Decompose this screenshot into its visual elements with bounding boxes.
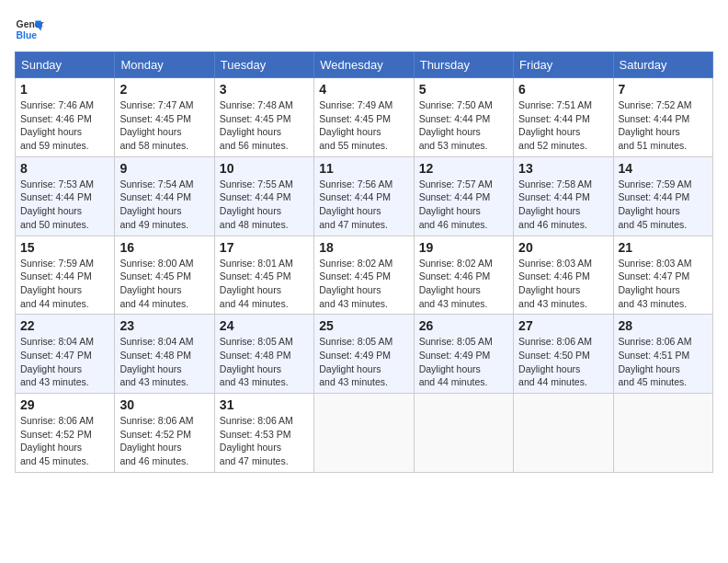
day-info: Sunrise: 7:59 AM Sunset: 4:44 PM Dayligh… — [20, 257, 109, 311]
day-number: 20 — [518, 240, 608, 255]
dow-header-thursday: Thursday — [414, 52, 513, 78]
day-number: 21 — [619, 240, 708, 255]
day-info: Sunrise: 8:02 AM Sunset: 4:46 PM Dayligh… — [419, 257, 508, 311]
day-info: Sunrise: 7:57 AM Sunset: 4:44 PM Dayligh… — [419, 178, 508, 232]
day-info: Sunrise: 8:03 AM Sunset: 4:46 PM Dayligh… — [518, 257, 608, 311]
day-number: 19 — [419, 240, 508, 255]
week-row-3: 15 Sunrise: 7:59 AM Sunset: 4:44 PM Dayl… — [16, 236, 713, 315]
calendar-cell: 8 Sunrise: 7:53 AM Sunset: 4:44 PM Dayli… — [16, 156, 115, 236]
calendar-cell — [414, 394, 513, 473]
calendar-cell: 25 Sunrise: 8:05 AM Sunset: 4:49 PM Dayl… — [314, 315, 414, 394]
calendar-cell: 27 Sunrise: 8:06 AM Sunset: 4:50 PM Dayl… — [514, 315, 613, 394]
day-number: 5 — [419, 82, 508, 97]
day-info: Sunrise: 8:02 AM Sunset: 4:45 PM Dayligh… — [319, 257, 408, 311]
day-info: Sunrise: 7:46 AM Sunset: 4:46 PM Dayligh… — [20, 98, 109, 153]
day-info: Sunrise: 8:04 AM Sunset: 4:47 PM Dayligh… — [20, 335, 109, 389]
day-info: Sunrise: 8:06 AM Sunset: 4:52 PM Dayligh… — [119, 414, 209, 468]
calendar-cell: 9 Sunrise: 7:54 AM Sunset: 4:44 PM Dayli… — [115, 156, 214, 236]
day-info: Sunrise: 7:48 AM Sunset: 4:45 PM Dayligh… — [220, 98, 309, 153]
day-number: 11 — [319, 161, 408, 176]
day-number: 4 — [319, 82, 408, 97]
day-number: 14 — [619, 161, 708, 176]
calendar-cell: 12 Sunrise: 7:57 AM Sunset: 4:44 PM Dayl… — [414, 156, 513, 236]
day-info: Sunrise: 7:51 AM Sunset: 4:44 PM Dayligh… — [518, 98, 608, 153]
day-info: Sunrise: 8:06 AM Sunset: 4:50 PM Dayligh… — [518, 335, 608, 389]
day-info: Sunrise: 8:05 AM Sunset: 4:49 PM Dayligh… — [319, 335, 408, 389]
day-info: Sunrise: 7:56 AM Sunset: 4:44 PM Dayligh… — [319, 178, 408, 232]
day-number: 15 — [20, 240, 109, 255]
day-number: 13 — [518, 161, 608, 176]
calendar-cell: 30 Sunrise: 8:06 AM Sunset: 4:52 PM Dayl… — [115, 394, 214, 473]
day-number: 8 — [20, 161, 109, 176]
calendar-cell: 7 Sunrise: 7:52 AM Sunset: 4:44 PM Dayli… — [613, 78, 712, 157]
logo-icon: General Blue — [15, 15, 44, 44]
week-row-5: 29 Sunrise: 8:06 AM Sunset: 4:52 PM Dayl… — [16, 394, 713, 473]
day-number: 17 — [220, 240, 309, 255]
day-number: 12 — [419, 161, 508, 176]
week-row-4: 22 Sunrise: 8:04 AM Sunset: 4:47 PM Dayl… — [16, 315, 713, 394]
day-info: Sunrise: 8:06 AM Sunset: 4:51 PM Dayligh… — [619, 335, 708, 389]
day-info: Sunrise: 8:05 AM Sunset: 4:49 PM Dayligh… — [419, 335, 508, 389]
dow-header-tuesday: Tuesday — [214, 52, 313, 78]
day-number: 24 — [220, 318, 309, 333]
day-number: 27 — [518, 318, 608, 333]
calendar-cell: 15 Sunrise: 7:59 AM Sunset: 4:44 PM Dayl… — [16, 236, 115, 315]
calendar-cell: 31 Sunrise: 8:06 AM Sunset: 4:53 PM Dayl… — [214, 394, 313, 473]
day-number: 10 — [220, 161, 309, 176]
dow-header-monday: Monday — [115, 52, 214, 78]
dow-header-friday: Friday — [514, 52, 613, 78]
day-info: Sunrise: 7:55 AM Sunset: 4:44 PM Dayligh… — [220, 178, 309, 232]
day-number: 3 — [220, 82, 309, 97]
day-number: 18 — [319, 240, 408, 255]
day-info: Sunrise: 7:50 AM Sunset: 4:44 PM Dayligh… — [419, 98, 508, 153]
day-info: Sunrise: 7:59 AM Sunset: 4:44 PM Dayligh… — [619, 178, 708, 232]
day-number: 1 — [20, 82, 109, 97]
calendar-cell: 6 Sunrise: 7:51 AM Sunset: 4:44 PM Dayli… — [514, 78, 613, 157]
calendar-cell — [514, 394, 613, 473]
day-info: Sunrise: 7:53 AM Sunset: 4:44 PM Dayligh… — [20, 178, 109, 232]
day-info: Sunrise: 8:03 AM Sunset: 4:47 PM Dayligh… — [619, 257, 708, 311]
calendar-cell: 4 Sunrise: 7:49 AM Sunset: 4:45 PM Dayli… — [314, 78, 414, 157]
dow-header-saturday: Saturday — [613, 52, 712, 78]
calendar-cell: 23 Sunrise: 8:04 AM Sunset: 4:48 PM Dayl… — [115, 315, 214, 394]
day-number: 23 — [119, 318, 209, 333]
dow-header-wednesday: Wednesday — [314, 52, 414, 78]
day-number: 22 — [20, 318, 109, 333]
page-header: General Blue — [15, 15, 713, 44]
day-info: Sunrise: 7:52 AM Sunset: 4:44 PM Dayligh… — [619, 98, 708, 153]
calendar-cell: 10 Sunrise: 7:55 AM Sunset: 4:44 PM Dayl… — [214, 156, 313, 236]
calendar-cell: 16 Sunrise: 8:00 AM Sunset: 4:45 PM Dayl… — [115, 236, 214, 315]
calendar-cell: 29 Sunrise: 8:06 AM Sunset: 4:52 PM Dayl… — [16, 394, 115, 473]
day-info: Sunrise: 8:05 AM Sunset: 4:48 PM Dayligh… — [220, 335, 309, 389]
day-info: Sunrise: 7:47 AM Sunset: 4:45 PM Dayligh… — [119, 98, 209, 153]
day-number: 25 — [319, 318, 408, 333]
day-info: Sunrise: 7:58 AM Sunset: 4:44 PM Dayligh… — [518, 178, 608, 232]
calendar-cell: 19 Sunrise: 8:02 AM Sunset: 4:46 PM Dayl… — [414, 236, 513, 315]
day-number: 29 — [20, 397, 109, 412]
dow-header-sunday: Sunday — [16, 52, 115, 78]
calendar-cell — [314, 394, 414, 473]
calendar-cell: 26 Sunrise: 8:05 AM Sunset: 4:49 PM Dayl… — [414, 315, 513, 394]
svg-text:Blue: Blue — [17, 30, 38, 40]
day-info: Sunrise: 8:00 AM Sunset: 4:45 PM Dayligh… — [119, 257, 209, 311]
calendar-cell: 28 Sunrise: 8:06 AM Sunset: 4:51 PM Dayl… — [613, 315, 712, 394]
day-info: Sunrise: 8:01 AM Sunset: 4:45 PM Dayligh… — [220, 257, 309, 311]
calendar-cell: 2 Sunrise: 7:47 AM Sunset: 4:45 PM Dayli… — [115, 78, 214, 157]
day-number: 7 — [619, 82, 708, 97]
calendar-table: SundayMondayTuesdayWednesdayThursdayFrid… — [15, 52, 713, 473]
day-info: Sunrise: 7:49 AM Sunset: 4:45 PM Dayligh… — [319, 98, 408, 153]
day-number: 16 — [119, 240, 209, 255]
day-number: 30 — [119, 397, 209, 412]
week-row-2: 8 Sunrise: 7:53 AM Sunset: 4:44 PM Dayli… — [16, 156, 713, 236]
calendar-cell: 20 Sunrise: 8:03 AM Sunset: 4:46 PM Dayl… — [514, 236, 613, 315]
day-number: 6 — [518, 82, 608, 97]
calendar-cell: 1 Sunrise: 7:46 AM Sunset: 4:46 PM Dayli… — [16, 78, 115, 157]
day-number: 2 — [119, 82, 209, 97]
day-info: Sunrise: 8:06 AM Sunset: 4:53 PM Dayligh… — [220, 414, 309, 468]
day-info: Sunrise: 8:06 AM Sunset: 4:52 PM Dayligh… — [20, 414, 109, 468]
week-row-1: 1 Sunrise: 7:46 AM Sunset: 4:46 PM Dayli… — [16, 78, 713, 157]
calendar-cell: 24 Sunrise: 8:05 AM Sunset: 4:48 PM Dayl… — [214, 315, 313, 394]
day-number: 26 — [419, 318, 508, 333]
day-number: 28 — [619, 318, 708, 333]
calendar-cell — [613, 394, 712, 473]
